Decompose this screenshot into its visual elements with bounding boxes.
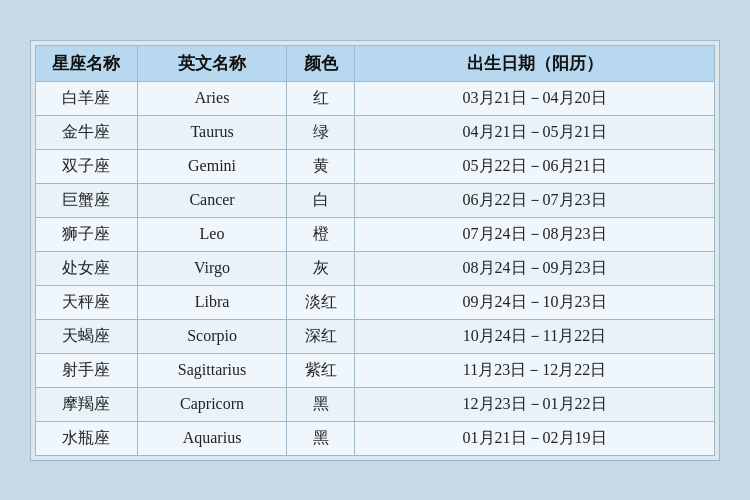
header-date: 出生日期（阳历） xyxy=(355,45,715,81)
cell-color: 黑 xyxy=(287,387,355,421)
zodiac-table-container: 星座名称 英文名称 颜色 出生日期（阳历） 白羊座Aries红03月21日－04… xyxy=(30,40,720,461)
cell-zh: 射手座 xyxy=(36,353,138,387)
cell-date: 12月23日－01月22日 xyxy=(355,387,715,421)
cell-date: 05月22日－06月21日 xyxy=(355,149,715,183)
cell-color: 橙 xyxy=(287,217,355,251)
table-row: 白羊座Aries红03月21日－04月20日 xyxy=(36,81,715,115)
cell-color: 红 xyxy=(287,81,355,115)
cell-zh: 摩羯座 xyxy=(36,387,138,421)
table-row: 狮子座Leo橙07月24日－08月23日 xyxy=(36,217,715,251)
cell-zh: 白羊座 xyxy=(36,81,138,115)
cell-zh: 处女座 xyxy=(36,251,138,285)
cell-en: Scorpio xyxy=(137,319,286,353)
table-header-row: 星座名称 英文名称 颜色 出生日期（阳历） xyxy=(36,45,715,81)
cell-zh: 双子座 xyxy=(36,149,138,183)
cell-color: 淡红 xyxy=(287,285,355,319)
cell-en: Libra xyxy=(137,285,286,319)
header-color: 颜色 xyxy=(287,45,355,81)
cell-zh: 巨蟹座 xyxy=(36,183,138,217)
cell-color: 黑 xyxy=(287,421,355,455)
table-row: 射手座Sagittarius紫红11月23日－12月22日 xyxy=(36,353,715,387)
cell-en: Leo xyxy=(137,217,286,251)
table-row: 天蝎座Scorpio深红10月24日－11月22日 xyxy=(36,319,715,353)
cell-date: 09月24日－10月23日 xyxy=(355,285,715,319)
cell-en: Taurus xyxy=(137,115,286,149)
header-zh: 星座名称 xyxy=(36,45,138,81)
table-row: 金牛座Taurus绿04月21日－05月21日 xyxy=(36,115,715,149)
cell-color: 灰 xyxy=(287,251,355,285)
cell-en: Virgo xyxy=(137,251,286,285)
cell-en: Gemini xyxy=(137,149,286,183)
cell-en: Capricorn xyxy=(137,387,286,421)
cell-en: Sagittarius xyxy=(137,353,286,387)
cell-date: 03月21日－04月20日 xyxy=(355,81,715,115)
cell-date: 06月22日－07月23日 xyxy=(355,183,715,217)
cell-color: 白 xyxy=(287,183,355,217)
cell-color: 黄 xyxy=(287,149,355,183)
table-row: 处女座Virgo灰08月24日－09月23日 xyxy=(36,251,715,285)
cell-en: Aquarius xyxy=(137,421,286,455)
cell-zh: 金牛座 xyxy=(36,115,138,149)
cell-en: Cancer xyxy=(137,183,286,217)
cell-zh: 天秤座 xyxy=(36,285,138,319)
cell-color: 绿 xyxy=(287,115,355,149)
table-row: 双子座Gemini黄05月22日－06月21日 xyxy=(36,149,715,183)
cell-date: 11月23日－12月22日 xyxy=(355,353,715,387)
zodiac-table: 星座名称 英文名称 颜色 出生日期（阳历） 白羊座Aries红03月21日－04… xyxy=(35,45,715,456)
cell-date: 07月24日－08月23日 xyxy=(355,217,715,251)
table-row: 摩羯座Capricorn黑12月23日－01月22日 xyxy=(36,387,715,421)
cell-zh: 水瓶座 xyxy=(36,421,138,455)
cell-color: 紫红 xyxy=(287,353,355,387)
cell-date: 04月21日－05月21日 xyxy=(355,115,715,149)
table-row: 巨蟹座Cancer白06月22日－07月23日 xyxy=(36,183,715,217)
cell-en: Aries xyxy=(137,81,286,115)
cell-color: 深红 xyxy=(287,319,355,353)
table-row: 天秤座Libra淡红09月24日－10月23日 xyxy=(36,285,715,319)
cell-zh: 狮子座 xyxy=(36,217,138,251)
table-row: 水瓶座Aquarius黑01月21日－02月19日 xyxy=(36,421,715,455)
cell-date: 01月21日－02月19日 xyxy=(355,421,715,455)
cell-zh: 天蝎座 xyxy=(36,319,138,353)
header-en: 英文名称 xyxy=(137,45,286,81)
cell-date: 10月24日－11月22日 xyxy=(355,319,715,353)
cell-date: 08月24日－09月23日 xyxy=(355,251,715,285)
